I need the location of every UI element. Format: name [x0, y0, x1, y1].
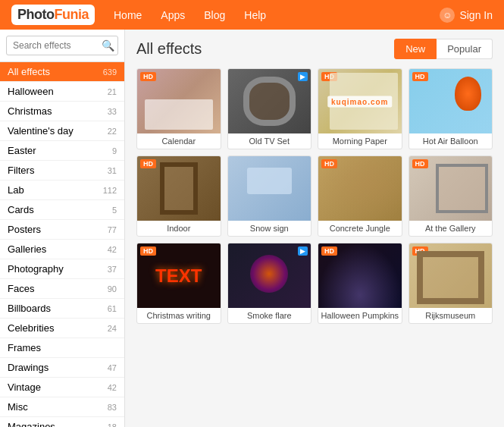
- sidebar-item-label: Magazines: [8, 421, 55, 427]
- sidebar-item-lab[interactable]: Lab112: [0, 181, 124, 200]
- sidebar-item-label: Halloween: [8, 86, 54, 97]
- content-area: All effects New Popular HD Calendar ▶ Ol…: [125, 30, 504, 427]
- effect-label: At the Gallery: [409, 221, 493, 236]
- effect-card[interactable]: HD Hot Air Balloon: [409, 68, 493, 149]
- sidebar-item-drawings[interactable]: Drawings47: [0, 358, 124, 378]
- nav-help[interactable]: Help: [240, 9, 270, 21]
- sidebar-item-magazines[interactable]: Magazines18: [0, 417, 124, 427]
- effect-thumbnail: HD: [137, 156, 221, 221]
- signin-area[interactable]: ☺ Sign In: [440, 8, 493, 23]
- nav-apps[interactable]: Apps: [157, 9, 189, 21]
- sidebar-item-count: 9: [112, 146, 117, 155]
- sidebar-item-label: Misc: [8, 401, 28, 413]
- sidebar-item-count: 42: [108, 245, 117, 254]
- sidebar-item-faces[interactable]: Faces90: [0, 279, 124, 299]
- effect-card[interactable]: HDkuqimao.com Morning Paper: [318, 68, 402, 149]
- effect-thumbnail: HD: [137, 243, 221, 308]
- effect-label: Halloween Pumpkins: [318, 308, 402, 323]
- sidebar-item-posters[interactable]: Posters77: [0, 220, 124, 240]
- search-box: 🔍: [0, 30, 124, 62]
- hd-badge: HD: [412, 246, 428, 256]
- sidebar-item-all-effects[interactable]: All effects639: [0, 62, 124, 82]
- effect-card[interactable]: HD At the Gallery: [409, 155, 493, 237]
- sidebar-item-label: Christmas: [8, 105, 52, 117]
- sidebar-item-count: 112: [103, 186, 117, 195]
- sidebar-item-label: Filters: [8, 165, 34, 176]
- sidebar-item-count: 33: [108, 107, 117, 116]
- sidebar-item-count: 18: [108, 422, 117, 428]
- effect-label: Hot Air Balloon: [409, 133, 493, 149]
- search-button[interactable]: 🔍: [102, 39, 114, 52]
- effects-grid: HD Calendar ▶ Old TV Set HDkuqimao.com M…: [136, 68, 493, 324]
- sidebar-item-filters[interactable]: Filters31: [0, 161, 124, 181]
- sidebar-item-billboards[interactable]: Billboards61: [0, 299, 124, 319]
- hd-badge: HD: [140, 159, 156, 168]
- sidebar-item-count: 21: [108, 87, 117, 96]
- effect-card[interactable]: ▶ Smoke flare: [227, 243, 312, 324]
- effect-card[interactable]: HD Indoor: [136, 155, 221, 237]
- effect-card[interactable]: Snow sign: [227, 155, 312, 237]
- effect-label: Old TV Set: [228, 133, 311, 149]
- signin-label: Sign In: [459, 9, 493, 21]
- content-header: All effects New Popular: [136, 39, 493, 59]
- effect-label: Morning Paper: [318, 133, 402, 149]
- main-nav: Home Apps Blog Help: [110, 9, 424, 21]
- effect-card[interactable]: HD Calendar: [136, 68, 221, 149]
- sidebar-item-label: Lab: [8, 184, 24, 196]
- sidebar-item-cards[interactable]: Cards5: [0, 200, 124, 220]
- sidebar-item-celebrities[interactable]: Celebrities24: [0, 319, 124, 338]
- sidebar-item-halloween[interactable]: Halloween21: [0, 82, 124, 102]
- watermark-label: kuqimao.com: [327, 96, 392, 107]
- sidebar-item-count: 37: [108, 265, 117, 274]
- effect-thumbnail: [228, 156, 311, 221]
- sidebar-item-photography[interactable]: Photography37: [0, 259, 124, 279]
- sidebar-item-count: 90: [108, 284, 117, 294]
- sidebar-item-label: Easter: [8, 145, 36, 156]
- video-badge: ▶: [298, 246, 308, 256]
- sidebar-item-label: Frames: [8, 342, 41, 353]
- sidebar-item-vintage[interactable]: Vintage42: [0, 378, 124, 397]
- btn-new[interactable]: New: [394, 39, 437, 59]
- nav-blog[interactable]: Blog: [200, 9, 229, 21]
- sidebar-item-easter[interactable]: Easter9: [0, 141, 124, 161]
- sidebar-item-frames[interactable]: Frames: [0, 338, 124, 358]
- hd-badge: HD: [412, 159, 428, 168]
- effect-card[interactable]: HD Christmas writing: [136, 243, 221, 324]
- sidebar-item-count: 42: [108, 383, 117, 392]
- filter-btn-group: New Popular: [394, 39, 493, 59]
- hd-badge: HD: [412, 72, 428, 81]
- effect-card[interactable]: HD Halloween Pumpkins: [318, 243, 402, 324]
- sidebar-item-christmas[interactable]: Christmas33: [0, 102, 124, 121]
- sidebar-item-count: 77: [108, 225, 117, 234]
- sidebar-item-count: 22: [108, 127, 117, 136]
- hd-badge: HD: [321, 246, 337, 256]
- sidebar-item-label: Billboards: [8, 303, 51, 314]
- effect-label: Christmas writing: [137, 308, 221, 323]
- sidebar-item-misc[interactable]: Misc83: [0, 397, 124, 417]
- sidebar-item-label: Cards: [8, 204, 34, 215]
- effect-label: Smoke flare: [228, 308, 311, 323]
- main-layout: 🔍 All effects639Halloween21Christmas33Va…: [0, 30, 504, 427]
- effect-thumbnail: HD: [409, 243, 493, 308]
- effect-card[interactable]: ▶ Old TV Set: [227, 68, 312, 149]
- btn-popular[interactable]: Popular: [437, 39, 493, 59]
- sidebar-item-label: All effects: [8, 66, 50, 77]
- sidebar-item-label: Celebrities: [8, 322, 54, 334]
- logo-area[interactable]: PhotoFunia: [11, 5, 95, 25]
- effect-label: Indoor: [137, 221, 221, 236]
- effect-label: Calendar: [137, 133, 221, 149]
- effect-thumbnail: HDkuqimao.com: [318, 69, 402, 133]
- effect-card[interactable]: HD Rijksmuseum: [409, 243, 493, 324]
- sidebar-item-label: Photography: [8, 263, 64, 275]
- sidebar-item-galleries[interactable]: Galleries42: [0, 240, 124, 259]
- page-title: All effects: [136, 40, 202, 58]
- effect-thumbnail: HD: [137, 69, 221, 133]
- effect-thumbnail: HD: [409, 156, 493, 221]
- sidebar-item-valentine's-day[interactable]: Valentine's day22: [0, 121, 124, 141]
- effect-thumbnail: HD: [318, 243, 402, 308]
- effect-card[interactable]: HD Concrete Jungle: [318, 155, 402, 237]
- sidebar-item-count: 24: [108, 324, 117, 333]
- logo[interactable]: PhotoFunia: [11, 5, 95, 25]
- sidebar-items: All effects639Halloween21Christmas33Vale…: [0, 62, 124, 427]
- nav-home[interactable]: Home: [110, 9, 146, 21]
